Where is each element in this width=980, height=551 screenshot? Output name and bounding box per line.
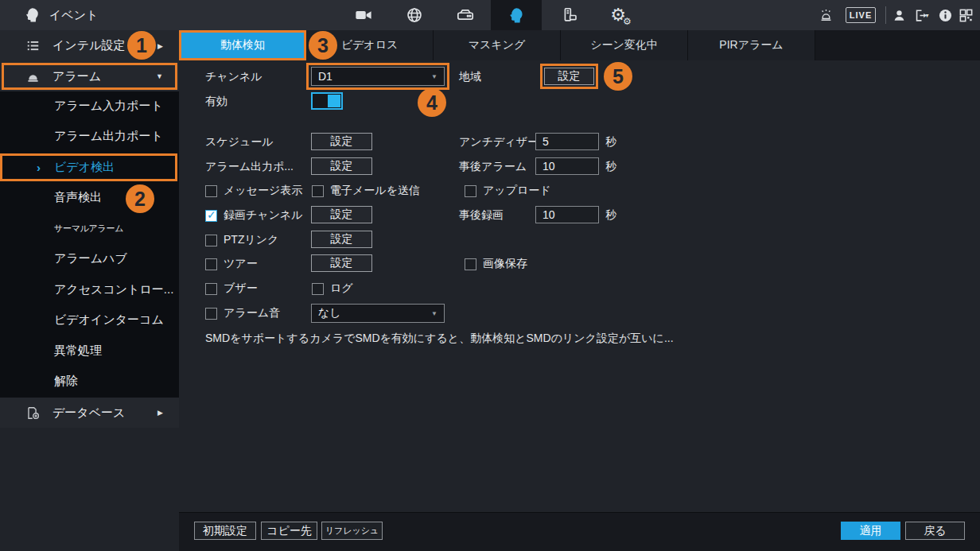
sidebar-item-alarm-hub[interactable]: アラームハブ	[0, 243, 179, 274]
chevron-right-icon: ▶	[158, 409, 163, 417]
log-checkbox-row[interactable]: ログ	[312, 281, 353, 296]
buzzer-checkbox-row[interactable]: ブザー	[205, 281, 258, 296]
channel-label: チャンネル	[205, 70, 262, 83]
device-nav-icon[interactable]	[553, 0, 585, 30]
ptz-set-button[interactable]: 設定	[311, 231, 372, 248]
checkbox-unchecked[interactable]	[205, 258, 217, 270]
checkbox-unchecked[interactable]	[465, 258, 476, 270]
chevron-down-icon: ▼	[156, 72, 163, 80]
chevron-down-icon: ▼	[431, 73, 438, 80]
sidebar-submenu: アラーム入力ポート アラーム出力ポート ›ビデオ検出 音声検出 サーマルアラーム…	[0, 91, 179, 398]
toggle-knob	[328, 95, 340, 107]
back-button[interactable]: 戻る	[905, 522, 965, 540]
sidebar-item-exception[interactable]: 異常処理	[0, 336, 179, 366]
checkbox-label: 電子メールを送信	[330, 184, 420, 198]
copy-to-button[interactable]: コピー先	[261, 522, 317, 540]
checkbox-label: 録画チャンネル	[224, 208, 303, 223]
tour-set-button[interactable]: 設定	[311, 254, 372, 272]
checkbox-unchecked[interactable]	[312, 283, 324, 295]
tab-pir-alarm[interactable]: PIRアラーム	[688, 30, 815, 60]
ptz-link-checkbox-row[interactable]: PTZリンク	[205, 233, 278, 247]
network-nav-icon[interactable]	[399, 0, 430, 30]
checkbox-unchecked[interactable]	[465, 185, 476, 197]
sidebar-item-database[interactable]: データベース ▶	[0, 398, 179, 428]
enable-label: 有効	[205, 95, 228, 107]
default-button[interactable]: 初期設定	[194, 522, 256, 540]
chevron-right-icon: ▶	[158, 42, 163, 50]
checkbox-unchecked[interactable]	[312, 185, 324, 197]
alarm-out-label: アラーム出力ポ...	[205, 160, 294, 173]
storage-nav-icon[interactable]	[449, 0, 481, 30]
record-channel-checkbox-row[interactable]: 録画チャンネル	[205, 208, 303, 223]
checkbox-unchecked[interactable]	[205, 235, 217, 246]
checkbox-label: アラーム音	[224, 306, 280, 320]
qr-code-icon[interactable]	[950, 0, 980, 30]
checkbox-label: メッセージ表示	[224, 184, 302, 198]
database-icon	[25, 405, 41, 421]
anti-dither-input[interactable]: 5	[535, 133, 599, 150]
sidebar-filler	[0, 428, 179, 551]
camera-nav-icon[interactable]	[348, 0, 379, 30]
post-record-input[interactable]: 10	[535, 206, 599, 223]
smd-note-text: SMDをサポートするカメラでSMDを有効にすると、動体検知とSMDのリンク設定が…	[205, 332, 730, 346]
chevron-right-icon: ›	[37, 161, 41, 174]
enable-toggle[interactable]	[311, 92, 343, 110]
seconds-unit-label: 秒	[605, 160, 616, 173]
checkbox-unchecked[interactable]	[205, 308, 217, 320]
seconds-unit-label: 秒	[605, 135, 616, 148]
siren-icon	[25, 69, 41, 84]
sidebar-item-label: インテル設定	[52, 38, 125, 53]
alarm-tone-dropdown-value: なし	[318, 306, 341, 320]
settings-nav-icon[interactable]: ⚙⚙	[602, 0, 634, 30]
checkbox-checked[interactable]	[205, 210, 217, 222]
seconds-unit-label: 秒	[605, 208, 616, 221]
chevron-down-icon: ▼	[431, 310, 438, 317]
sidebar-item-video-detection[interactable]: ›ビデオ検出	[0, 152, 179, 182]
show-message-checkbox-row[interactable]: メッセージ表示	[205, 184, 302, 198]
tab-strip: 動体検知 ビデオロス マスキング シーン変化中 PIRアラーム	[179, 30, 980, 60]
channel-dropdown[interactable]: D1 ▼	[311, 67, 445, 86]
sidebar-item-alarm-out-port[interactable]: アラーム出力ポート	[0, 121, 179, 151]
checkbox-unchecked[interactable]	[205, 185, 217, 197]
area-set-button[interactable]: 設定	[544, 68, 594, 85]
event-settings-screen: イベント ⚙⚙ LIVE ▼	[0, 0, 980, 551]
upload-checkbox-row[interactable]: アップロード	[465, 184, 551, 198]
checkbox-label: アップロード	[483, 184, 551, 198]
checkbox-label: ブザー	[224, 281, 258, 296]
sidebar-item-alarm-in-port[interactable]: アラーム入力ポート	[0, 91, 179, 121]
sidebar-item-video-intercom[interactable]: ビデオインターコム	[0, 305, 179, 335]
refresh-button[interactable]: リフレッシュ	[321, 522, 383, 540]
tour-checkbox-row[interactable]: ツアー	[205, 257, 258, 271]
alarm-tone-checkbox-row[interactable]: アラーム音	[205, 306, 280, 320]
sidebar-item-audio-detection[interactable]: 音声検出	[0, 182, 179, 212]
checkbox-unchecked[interactable]	[205, 283, 217, 295]
record-channel-set-button[interactable]: 設定	[311, 206, 372, 223]
alarm-siren-icon[interactable]	[810, 0, 842, 30]
schedule-set-button[interactable]: 設定	[311, 133, 372, 150]
tab-masking[interactable]: マスキング	[434, 30, 561, 60]
alarm-tone-dropdown[interactable]: なし ▼	[311, 304, 445, 323]
sidebar-item-disarm[interactable]: 解除	[0, 366, 179, 396]
apply-button[interactable]: 適用	[841, 522, 900, 540]
sidebar-item-access-control[interactable]: アクセスコントロー...	[0, 274, 179, 305]
sidebar-item-alarm[interactable]: アラーム ▼	[0, 61, 179, 91]
sidebar-item-intel-settings[interactable]: インテル設定 ▶	[0, 30, 179, 61]
annotation-badge-5: 5	[604, 62, 632, 91]
tab-motion-detection[interactable]: 動体検知	[179, 30, 306, 60]
live-badge[interactable]: LIVE	[846, 7, 876, 23]
send-email-checkbox-row[interactable]: 電子メールを送信	[312, 184, 420, 198]
checkbox-label: PTZリンク	[224, 233, 278, 247]
sidebar-item-label: アラーム	[52, 69, 101, 84]
area-label: 地域	[459, 70, 481, 83]
post-record-label: 事後録画	[459, 208, 504, 221]
picture-storage-checkbox-row[interactable]: 画像保存	[465, 257, 527, 271]
event-nav-icon-active[interactable]	[491, 0, 542, 30]
tab-scene-change[interactable]: シーン変化中	[561, 30, 688, 60]
sidebar-item-thermal-alarm[interactable]: サーマルアラーム	[0, 213, 179, 243]
alarm-out-set-button[interactable]: 設定	[311, 157, 372, 175]
tab-video-loss[interactable]: ビデオロス	[306, 30, 434, 60]
sidebar-item-label: データベース	[52, 405, 125, 421]
post-alarm-input[interactable]: 10	[535, 157, 599, 175]
list-icon	[25, 38, 41, 53]
page-title: イベント	[49, 0, 98, 30]
